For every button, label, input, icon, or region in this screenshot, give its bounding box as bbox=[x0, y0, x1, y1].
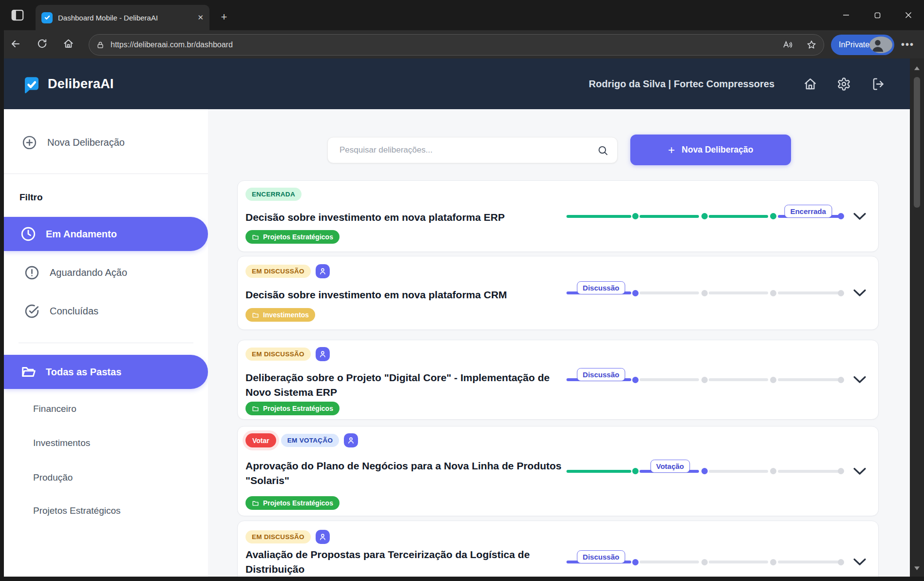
sidebar-item-label: Em Andamento bbox=[46, 229, 117, 240]
profile-avatar bbox=[869, 37, 892, 53]
stage-label: Discussão bbox=[577, 368, 625, 381]
sidebar-item-em-andamento[interactable]: Em Andamento bbox=[4, 217, 208, 251]
window-frame-bottom bbox=[0, 577, 924, 581]
sidebar-divider bbox=[19, 343, 193, 343]
folder-tag-label: Projetos Estratégicos bbox=[263, 499, 333, 507]
deliberation-card[interactable]: Votar EM VOTAÇÃO Aprovação do Plano de N… bbox=[237, 426, 879, 516]
deliberation-card[interactable]: ENCERRADA Decisão sobre investimento em … bbox=[237, 180, 879, 252]
scrollbar-thumb[interactable] bbox=[914, 77, 920, 208]
favorite-star-icon[interactable] bbox=[806, 39, 817, 50]
window-frame-left bbox=[0, 30, 4, 581]
folder-tag: Projetos Estratégicos bbox=[245, 496, 339, 510]
status-badge: EM DISCUSSÃO bbox=[245, 265, 311, 278]
participant-avatar-icon bbox=[316, 264, 330, 278]
tab-favicon-icon bbox=[41, 12, 53, 23]
stage-label: Discussão bbox=[577, 550, 625, 563]
search-icon[interactable] bbox=[597, 145, 608, 156]
scroll-down-arrow-icon[interactable] bbox=[910, 562, 924, 574]
sidebar-folder-financeiro[interactable]: Financeiro bbox=[33, 402, 76, 416]
participant-avatar-icon bbox=[316, 530, 330, 544]
vertical-scrollbar[interactable] bbox=[910, 58, 924, 577]
expand-chevron-icon[interactable] bbox=[853, 374, 867, 385]
sidebar-item-label: Todas as Pastas bbox=[46, 367, 121, 378]
sidebar-new-deliberation[interactable]: Nova Deliberação bbox=[4, 132, 208, 153]
stage-label: Votação bbox=[650, 460, 690, 473]
new-deliberation-button[interactable]: + Nova Deliberação bbox=[630, 135, 791, 165]
main-content: + Nova Deliberação ENCERRADA Decisão sob… bbox=[208, 109, 910, 577]
sidebar-divider bbox=[4, 174, 208, 174]
window-maximize-button[interactable] bbox=[862, 0, 893, 30]
deliberation-title: Decisão sobre investimento em nova plata… bbox=[245, 288, 507, 302]
expand-chevron-icon[interactable] bbox=[853, 557, 867, 567]
status-badge: EM DISCUSSÃO bbox=[245, 530, 311, 543]
filter-heading: Filtro bbox=[19, 192, 43, 203]
deliberation-card[interactable]: EM DISCUSSÃO Decisão sobre investimento … bbox=[237, 256, 879, 330]
progress-stepper: Discussão bbox=[566, 521, 843, 577]
lock-icon bbox=[96, 40, 105, 49]
tab-workspaces-icon[interactable] bbox=[10, 8, 25, 22]
expand-chevron-icon[interactable] bbox=[853, 288, 867, 298]
browser-tab[interactable]: Dashboard Mobile - DeliberaAI ✕ bbox=[36, 5, 209, 30]
app-header: DeliberaAI Rodrigo da Silva | Fortec Com… bbox=[4, 58, 910, 109]
sidebar-folder-projetos-estrategicos[interactable]: Projetos Estratégicos bbox=[33, 504, 121, 518]
settings-gear-icon[interactable] bbox=[837, 77, 851, 91]
deliberaai-logo-icon bbox=[21, 75, 42, 95]
home-button[interactable] bbox=[63, 38, 74, 49]
user-info: Rodrigo da Silva | Fortec Compressores bbox=[589, 78, 774, 90]
url-text[interactable]: https://deliberaai.com.br/dashboard bbox=[111, 40, 782, 49]
sidebar-item-label: Concluídas bbox=[50, 306, 98, 317]
folder-icon bbox=[252, 311, 259, 319]
folder-icon bbox=[252, 405, 259, 412]
sidebar-item-aguardando-acao[interactable]: Aguardando Ação bbox=[4, 262, 208, 283]
window-minimize-button[interactable] bbox=[830, 0, 862, 30]
folder-tag: Projetos Estratégicos bbox=[245, 230, 339, 244]
folder-tag: Investimentos bbox=[245, 308, 315, 322]
back-button[interactable] bbox=[10, 38, 21, 50]
sidebar-item-label: Nova Deliberação bbox=[47, 137, 125, 148]
browser-menu-button[interactable]: ••• bbox=[901, 39, 914, 50]
logout-icon[interactable] bbox=[871, 77, 886, 91]
progress-stepper: Discussão bbox=[566, 340, 843, 419]
participant-avatar-icon bbox=[316, 347, 330, 361]
participant-avatar-icon bbox=[344, 433, 358, 447]
tab-close-icon[interactable]: ✕ bbox=[197, 13, 204, 22]
progress-stepper: Encerrada bbox=[566, 181, 843, 252]
sidebar-folder-producao[interactable]: Produção bbox=[33, 470, 73, 485]
new-deliberation-button-label: Nova Deliberação bbox=[682, 145, 754, 155]
new-tab-button[interactable]: + bbox=[217, 11, 231, 24]
sidebar-item-todas-as-pastas[interactable]: Todas as Pastas bbox=[4, 355, 208, 389]
deliberation-title: Decisão sobre investimento em nova plata… bbox=[245, 210, 505, 225]
scroll-up-arrow-icon[interactable] bbox=[910, 62, 924, 74]
folder-tag: Projetos Estratégicos bbox=[245, 402, 339, 415]
plus-icon: + bbox=[668, 144, 675, 156]
window-close-button[interactable] bbox=[893, 0, 924, 30]
sidebar-item-concluidas[interactable]: Concluídas bbox=[4, 300, 208, 322]
vote-action-badge[interactable]: Votar bbox=[245, 433, 276, 447]
deliberation-card[interactable]: EM DISCUSSÃO Deliberação sobre o Projeto… bbox=[237, 340, 879, 420]
browser-titlebar: Dashboard Mobile - DeliberaAI ✕ + bbox=[0, 0, 924, 30]
search-input[interactable] bbox=[339, 145, 597, 155]
folder-icon bbox=[252, 500, 259, 507]
refresh-button[interactable] bbox=[37, 38, 48, 49]
deliberation-card[interactable]: EM DISCUSSÃO Avaliação de Propostas para… bbox=[237, 521, 879, 577]
home-nav-icon[interactable] bbox=[803, 77, 817, 91]
progress-stepper: Discussão bbox=[566, 256, 843, 329]
circle-plus-icon bbox=[21, 135, 38, 151]
sidebar-folder-investimentos[interactable]: Investimentos bbox=[33, 436, 90, 450]
inprivate-label: InPrivate bbox=[839, 40, 869, 49]
read-aloud-icon[interactable] bbox=[782, 39, 793, 50]
folder-tag-label: Investimentos bbox=[263, 311, 309, 319]
status-badge: ENCERRADA bbox=[245, 188, 302, 201]
deliberation-title: Deliberação sobre o Projeto "Digital Cor… bbox=[245, 370, 567, 400]
check-circle-icon bbox=[24, 303, 40, 319]
sidebar: Nova Deliberação Filtro Em Andamento Agu… bbox=[4, 109, 208, 577]
expand-chevron-icon[interactable] bbox=[853, 211, 867, 222]
folder-tag-label: Projetos Estratégicos bbox=[263, 233, 333, 241]
search-bar bbox=[327, 137, 618, 163]
address-bar[interactable]: https://deliberaai.com.br/dashboard bbox=[89, 34, 824, 56]
brand-name: DeliberaAI bbox=[48, 77, 114, 92]
inprivate-badge[interactable]: InPrivate bbox=[831, 35, 894, 55]
expand-chevron-icon[interactable] bbox=[853, 466, 867, 477]
deliberation-title: Aprovação do Plano de Negócios para a No… bbox=[245, 459, 567, 488]
sidebar-item-label: Aguardando Ação bbox=[50, 267, 127, 278]
